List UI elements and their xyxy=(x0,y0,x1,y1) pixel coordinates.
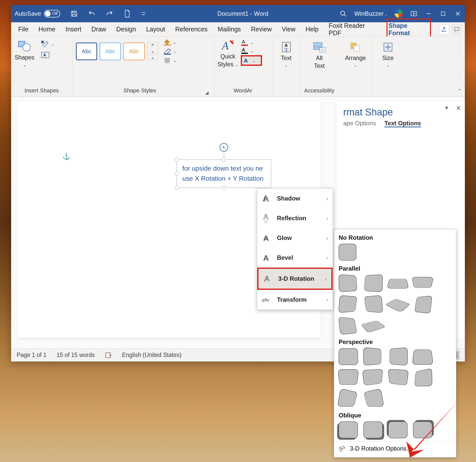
style-swatch-2[interactable]: Abc xyxy=(100,43,121,60)
status-page[interactable]: Page 1 of 1 xyxy=(17,352,47,358)
tab-help[interactable]: Help xyxy=(305,23,319,35)
menu-glow[interactable]: A Glow › xyxy=(257,228,333,248)
minimize-icon[interactable] xyxy=(425,10,432,17)
rotation-swatch[interactable] xyxy=(413,421,432,438)
comments-icon[interactable] xyxy=(452,24,462,34)
tab-home[interactable]: Home xyxy=(37,23,56,35)
chevron-right-icon: › xyxy=(326,196,328,202)
search-icon[interactable] xyxy=(340,10,347,17)
rotation-swatch[interactable] xyxy=(362,369,383,386)
rotate-handle-icon[interactable]: ↻ xyxy=(220,143,228,152)
textbox-content[interactable]: for upside down text you ne use X Rotati… xyxy=(182,163,264,184)
collapse-ribbon-icon[interactable]: ⌃ xyxy=(457,88,462,94)
gallery-more[interactable]: ^⌄⌄ xyxy=(147,43,158,60)
resize-handle[interactable] xyxy=(175,158,179,162)
quick-styles-button[interactable]: A Quick Styles ⌄ xyxy=(218,39,238,68)
tab-design[interactable]: Design xyxy=(115,23,137,35)
close-icon[interactable] xyxy=(454,10,461,17)
rotation-swatch[interactable] xyxy=(364,295,383,313)
menu-shadow[interactable]: AA Shadow › xyxy=(257,189,333,208)
status-words[interactable]: 15 of 15 words xyxy=(57,352,95,358)
rotation-options-button[interactable]: 3-D Rotation Options… xyxy=(334,441,456,457)
textbox-button[interactable]: A xyxy=(41,52,61,58)
rotation-swatch[interactable] xyxy=(363,347,381,366)
shape-effects-button[interactable]: ⌄ xyxy=(163,57,183,64)
rotation-swatch[interactable] xyxy=(338,317,357,335)
tab-draw[interactable]: Draw xyxy=(91,23,107,35)
new-doc-icon[interactable] xyxy=(123,9,132,18)
rotation-swatch[interactable] xyxy=(415,368,432,386)
ribbon-display-icon[interactable] xyxy=(410,10,417,17)
edit-shape-button[interactable]: ⌄ xyxy=(41,41,61,48)
size-button[interactable]: Size ⌄ xyxy=(381,41,395,68)
save-icon[interactable] xyxy=(70,9,78,18)
tab-shape-options[interactable]: ape Options xyxy=(343,120,376,127)
maximize-icon[interactable] xyxy=(440,10,447,17)
tab-insert[interactable]: Insert xyxy=(64,23,82,35)
autosave[interactable]: AutoSave Off xyxy=(15,10,60,17)
rotation-swatch[interactable] xyxy=(338,369,359,385)
rotation-swatch[interactable] xyxy=(385,299,410,312)
rotation-swatch[interactable] xyxy=(388,369,409,386)
text-effects-button[interactable]: A⌄ xyxy=(241,55,262,66)
menu-bevel[interactable]: A Bevel › xyxy=(257,248,333,268)
tab-foxit[interactable]: Foxit Reader PDF xyxy=(328,19,378,39)
resize-handle[interactable] xyxy=(175,172,179,176)
textbox[interactable]: ↻ for upside down text you ne use X Rota… xyxy=(177,159,271,188)
user-name[interactable]: WinBuzzer . xyxy=(354,10,387,17)
rotation-swatch[interactable] xyxy=(339,244,356,260)
tab-layout[interactable]: Layout xyxy=(145,23,166,35)
tab-mailings[interactable]: Mailings xyxy=(217,23,242,35)
svg-rect-34 xyxy=(106,353,110,358)
user-avatar[interactable] xyxy=(395,10,403,18)
undo-icon[interactable] xyxy=(88,9,96,18)
rotation-swatch[interactable] xyxy=(363,421,383,438)
style-swatch-3[interactable]: Abc xyxy=(123,43,145,60)
rotation-swatch[interactable] xyxy=(338,348,358,365)
rotation-swatch[interactable] xyxy=(361,320,386,333)
text-fill-button[interactable]: A⌄ xyxy=(241,39,261,46)
rotation-swatch[interactable] xyxy=(364,388,384,407)
style-swatch-1[interactable]: Abc xyxy=(76,43,97,60)
pane-options-icon[interactable]: ▾ xyxy=(445,104,448,111)
shape-outline-button[interactable]: ⌄ xyxy=(163,48,183,55)
dialog-launcher-icon[interactable]: ◢ xyxy=(204,90,210,95)
rotation-swatch[interactable] xyxy=(337,388,358,407)
autosave-toggle[interactable]: Off xyxy=(44,10,60,17)
tab-review[interactable]: Review xyxy=(250,23,273,35)
resize-handle[interactable] xyxy=(222,186,226,190)
menu-transform[interactable]: abc Transform › xyxy=(257,290,333,310)
menu-reflection[interactable]: AA Reflection › xyxy=(257,208,333,228)
pane-close-icon[interactable]: ✕ xyxy=(456,104,461,112)
tab-file[interactable]: File xyxy=(17,23,29,35)
title-right: WinBuzzer . xyxy=(340,10,461,18)
rotation-swatch[interactable] xyxy=(364,274,383,292)
resize-handle[interactable] xyxy=(175,186,179,190)
style-gallery[interactable]: Abc Abc Abc ^⌄⌄ xyxy=(76,43,158,60)
redo-icon[interactable] xyxy=(105,9,114,18)
rotation-swatch[interactable] xyxy=(387,279,409,288)
spellcheck-icon[interactable] xyxy=(105,352,112,358)
share-icon[interactable] xyxy=(439,24,449,34)
rotation-swatch[interactable] xyxy=(412,350,433,365)
rotation-swatch[interactable] xyxy=(390,347,408,366)
rotation-swatch[interactable] xyxy=(412,277,434,288)
rotation-swatch[interactable] xyxy=(338,295,357,313)
rotation-swatch[interactable] xyxy=(414,295,432,313)
shape-fill-button[interactable]: ⌄ xyxy=(163,39,183,46)
resize-handle[interactable] xyxy=(222,158,226,162)
shapes-button[interactable]: Shapes ⌄ xyxy=(15,39,34,68)
tab-view[interactable]: View xyxy=(281,23,296,35)
text-outline-button[interactable]: A⌄ xyxy=(241,47,261,54)
text-direction-button[interactable]: A Text ⌄ xyxy=(279,41,293,68)
rotation-swatch[interactable] xyxy=(339,421,358,438)
tab-text-options[interactable]: Text Options xyxy=(384,120,421,127)
menu-3d-rotation[interactable]: A 3-D Rotation › xyxy=(257,268,333,290)
qat-more-icon[interactable] xyxy=(141,9,146,18)
arrange-button[interactable]: Arrange ⌄ xyxy=(345,41,366,68)
rotation-swatch[interactable] xyxy=(338,274,357,292)
tab-references[interactable]: References xyxy=(174,23,209,35)
alt-text-button[interactable]: Alt Text xyxy=(312,41,327,69)
status-language[interactable]: English (United States) xyxy=(122,352,182,358)
rotation-swatch[interactable] xyxy=(388,421,407,438)
